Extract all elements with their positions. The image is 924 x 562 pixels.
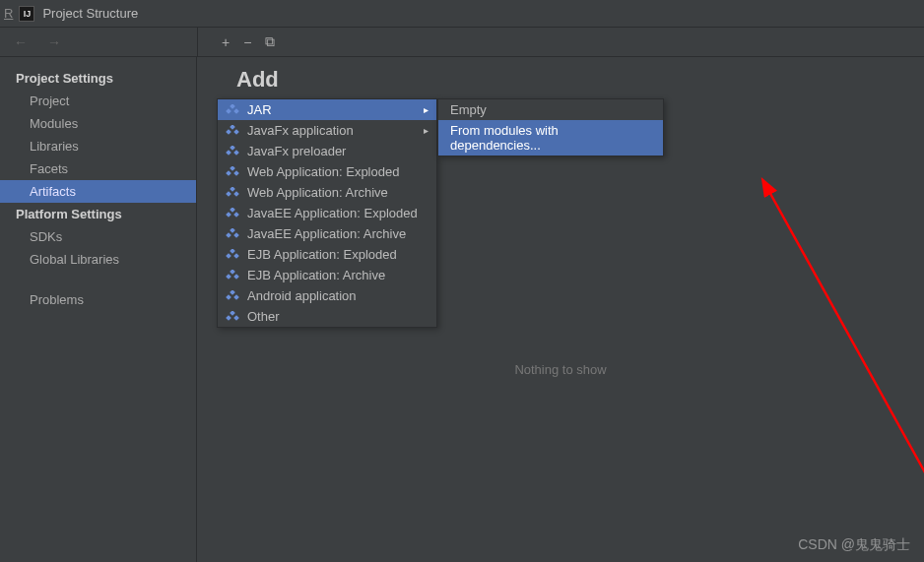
empty-placeholder: Nothing to show [197, 362, 924, 377]
module-icon [226, 228, 239, 240]
svg-rect-26 [233, 274, 239, 280]
svg-rect-6 [230, 146, 235, 151]
module-icon [226, 187, 239, 199]
svg-rect-7 [226, 150, 231, 156]
menu-item-label: JAR [247, 102, 272, 117]
add-button[interactable]: + [222, 34, 230, 50]
menu-item-javaee-application-archive[interactable]: JavaEE Application: Archive [218, 223, 436, 244]
menu-item-label: Web Application: Exploded [247, 164, 399, 179]
menu-item-web-application-exploded[interactable]: Web Application: Exploded [218, 161, 436, 182]
menu-item-label: JavaFx application [247, 123, 354, 138]
module-icon [226, 311, 239, 323]
sidebar-item-global-libraries[interactable]: Global Libraries [0, 248, 196, 271]
menu-item-ejb-application-archive[interactable]: EJB Application: Archive [218, 265, 436, 285]
svg-rect-20 [233, 232, 239, 238]
svg-rect-32 [233, 315, 239, 321]
submenu-item-label: From modules with dependencies... [450, 123, 651, 153]
menu-item-ejb-application-exploded[interactable]: EJB Application: Exploded [218, 244, 436, 265]
svg-rect-12 [230, 187, 235, 192]
svg-rect-4 [226, 129, 231, 135]
menu-item-javafx-application[interactable]: JavaFx application▸ [218, 120, 436, 141]
svg-rect-27 [230, 290, 235, 295]
jar-submenu[interactable]: EmptyFrom modules with dependencies... [437, 98, 664, 156]
menu-item-label: JavaEE Application: Exploded [247, 206, 418, 220]
submenu-arrow-icon: ▸ [424, 104, 429, 115]
svg-rect-11 [233, 170, 239, 176]
menu-item-label: JavaFx preloader [247, 144, 346, 158]
forward-button[interactable]: → [47, 34, 61, 50]
menu-item-jar[interactable]: JAR▸ [218, 99, 436, 120]
svg-rect-29 [233, 294, 239, 300]
module-icon [226, 290, 239, 302]
menu-item-javaee-application-exploded[interactable]: JavaEE Application: Exploded [218, 203, 436, 223]
back-button[interactable]: ← [14, 34, 28, 50]
menu-item-web-application-archive[interactable]: Web Application: Archive [218, 182, 436, 203]
svg-rect-31 [226, 315, 231, 321]
sidebar-item-artifacts[interactable]: Artifacts [0, 180, 196, 203]
submenu-arrow-icon: ▸ [424, 125, 429, 136]
svg-rect-17 [233, 212, 239, 218]
svg-rect-14 [233, 191, 239, 197]
svg-rect-19 [226, 232, 231, 238]
module-icon [226, 270, 239, 281]
sidebar-item-project[interactable]: Project [0, 90, 196, 112]
sidebar-heading-platform: Platform Settings [0, 203, 196, 225]
toolbar-row: ← → + − ⧉ [0, 28, 924, 57]
svg-rect-3 [230, 125, 235, 130]
menu-item-label: Web Application: Archive [247, 185, 388, 200]
svg-rect-15 [230, 208, 235, 213]
window-title: Project Structure [42, 6, 138, 21]
menu-item-label: JavaEE Application: Archive [247, 226, 406, 241]
add-menu[interactable]: JAR▸JavaFx application▸JavaFx preloaderW… [217, 98, 437, 328]
submenu-item-empty[interactable]: Empty [438, 99, 663, 120]
artifact-toolbar: + − ⧉ [197, 28, 924, 56]
svg-rect-2 [233, 108, 239, 114]
svg-rect-21 [230, 249, 235, 254]
module-icon [226, 146, 239, 157]
svg-line-33 [768, 190, 924, 510]
remove-button[interactable]: − [243, 34, 251, 50]
sidebar: Project Settings ProjectModulesLibraries… [0, 57, 197, 562]
titlebar: R IJ Project Structure [0, 0, 924, 28]
add-heading: Add [197, 57, 924, 100]
svg-rect-22 [226, 253, 231, 259]
content-panel: Add JAR▸JavaFx application▸JavaFx preloa… [197, 57, 924, 562]
svg-rect-10 [226, 170, 231, 176]
copy-button[interactable]: ⧉ [265, 33, 275, 50]
svg-rect-9 [230, 166, 235, 171]
svg-rect-28 [226, 294, 231, 300]
sidebar-item-modules[interactable]: Modules [0, 112, 196, 135]
sidebar-heading-project: Project Settings [0, 67, 196, 90]
truncated-char: R [4, 6, 13, 21]
svg-rect-18 [230, 228, 235, 233]
watermark: CSDN @鬼鬼骑士 [798, 536, 910, 554]
submenu-item-from-modules-with-dependencies-[interactable]: From modules with dependencies... [438, 120, 663, 156]
svg-rect-8 [233, 150, 239, 156]
module-icon [226, 166, 239, 178]
main-area: Project Settings ProjectModulesLibraries… [0, 57, 924, 562]
app-icon: IJ [19, 6, 34, 22]
menu-item-label: Other [247, 309, 280, 324]
svg-rect-24 [230, 270, 235, 275]
svg-rect-16 [226, 212, 231, 218]
svg-rect-25 [226, 274, 231, 280]
menu-item-label: Android application [247, 288, 357, 303]
sidebar-item-libraries[interactable]: Libraries [0, 135, 196, 157]
annotation-arrow [749, 175, 924, 530]
svg-rect-30 [230, 311, 235, 316]
sidebar-item-sdks[interactable]: SDKs [0, 225, 196, 248]
module-icon [226, 249, 239, 261]
module-icon [226, 125, 239, 137]
svg-rect-5 [233, 129, 239, 135]
menu-item-android-application[interactable]: Android application [218, 285, 436, 306]
menu-item-label: EJB Application: Exploded [247, 247, 397, 262]
svg-rect-1 [226, 108, 231, 114]
menu-item-label: EJB Application: Archive [247, 268, 385, 282]
menu-item-javafx-preloader[interactable]: JavaFx preloader [218, 141, 436, 161]
submenu-item-label: Empty [450, 102, 487, 117]
sidebar-item-problems[interactable]: Problems [0, 288, 196, 311]
svg-rect-0 [230, 104, 235, 109]
module-icon [226, 104, 239, 116]
menu-item-other[interactable]: Other [218, 306, 436, 327]
sidebar-item-facets[interactable]: Facets [0, 157, 196, 180]
